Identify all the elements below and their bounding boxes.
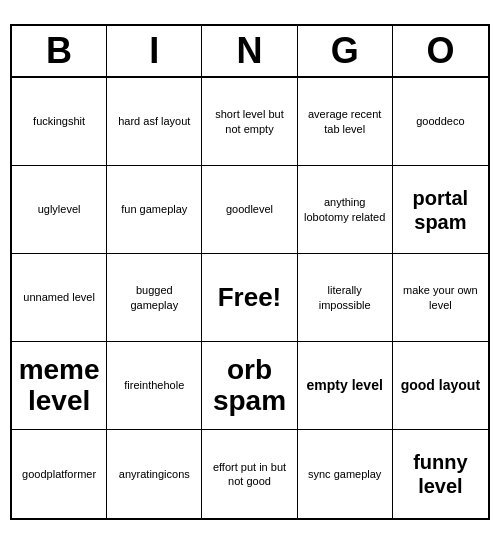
bingo-cell: short level but not empty xyxy=(202,78,297,166)
bingo-cell: empty level xyxy=(298,342,393,430)
cell-text: good layout xyxy=(401,376,480,394)
bingo-letter: N xyxy=(202,26,297,78)
bingo-cell: fuckingshit xyxy=(12,78,107,166)
bingo-cell: average recent tab level xyxy=(298,78,393,166)
bingo-cell: unnamed level xyxy=(12,254,107,342)
cell-text: effort put in but not good xyxy=(206,460,292,489)
bingo-cell: portal spam xyxy=(393,166,488,254)
bingo-cell: Free! xyxy=(202,254,297,342)
bingo-cell: funny level xyxy=(393,430,488,518)
cell-text: anything lobotomy related xyxy=(302,195,388,224)
cell-text: unnamed level xyxy=(23,290,95,304)
bingo-cell: literally impossible xyxy=(298,254,393,342)
bingo-letter: O xyxy=(393,26,488,78)
bingo-cell: fireinthehole xyxy=(107,342,202,430)
bingo-cell: make your own level xyxy=(393,254,488,342)
bingo-cell: anyratingicons xyxy=(107,430,202,518)
bingo-letter: B xyxy=(12,26,107,78)
bingo-cell: goodplatformer xyxy=(12,430,107,518)
cell-text: anyratingicons xyxy=(119,467,190,481)
cell-text: orb spam xyxy=(206,355,292,417)
bingo-card: BINGO fuckingshithard asf layoutshort le… xyxy=(10,24,490,520)
cell-text: uglylevel xyxy=(38,202,81,216)
cell-text: goodplatformer xyxy=(22,467,96,481)
bingo-header: BINGO xyxy=(12,26,488,78)
bingo-cell: good layout xyxy=(393,342,488,430)
cell-text: fireinthehole xyxy=(124,378,184,392)
bingo-cell: hard asf layout xyxy=(107,78,202,166)
bingo-cell: effort put in but not good xyxy=(202,430,297,518)
bingo-cell: fun gameplay xyxy=(107,166,202,254)
bingo-cell: gooddeco xyxy=(393,78,488,166)
cell-text: make your own level xyxy=(397,283,484,312)
bingo-letter: I xyxy=(107,26,202,78)
cell-text: fuckingshit xyxy=(33,114,85,128)
cell-text: empty level xyxy=(307,376,383,394)
cell-text: hard asf layout xyxy=(118,114,190,128)
cell-text: meme level xyxy=(16,355,102,417)
cell-text: average recent tab level xyxy=(302,107,388,136)
cell-text: short level but not empty xyxy=(206,107,292,136)
cell-text: literally impossible xyxy=(302,283,388,312)
cell-text: gooddeco xyxy=(416,114,464,128)
bingo-letter: G xyxy=(298,26,393,78)
bingo-cell: meme level xyxy=(12,342,107,430)
cell-text: goodlevel xyxy=(226,202,273,216)
cell-text: sync gameplay xyxy=(308,467,381,481)
bingo-cell: sync gameplay xyxy=(298,430,393,518)
bingo-cell: anything lobotomy related xyxy=(298,166,393,254)
cell-text: fun gameplay xyxy=(121,202,187,216)
bingo-cell: orb spam xyxy=(202,342,297,430)
cell-text: portal spam xyxy=(397,186,484,234)
cell-text: Free! xyxy=(218,282,282,313)
bingo-grid: fuckingshithard asf layoutshort level bu… xyxy=(12,78,488,518)
cell-text: funny level xyxy=(397,450,484,498)
bingo-cell: goodlevel xyxy=(202,166,297,254)
bingo-cell: uglylevel xyxy=(12,166,107,254)
cell-text: bugged gameplay xyxy=(111,283,197,312)
bingo-cell: bugged gameplay xyxy=(107,254,202,342)
